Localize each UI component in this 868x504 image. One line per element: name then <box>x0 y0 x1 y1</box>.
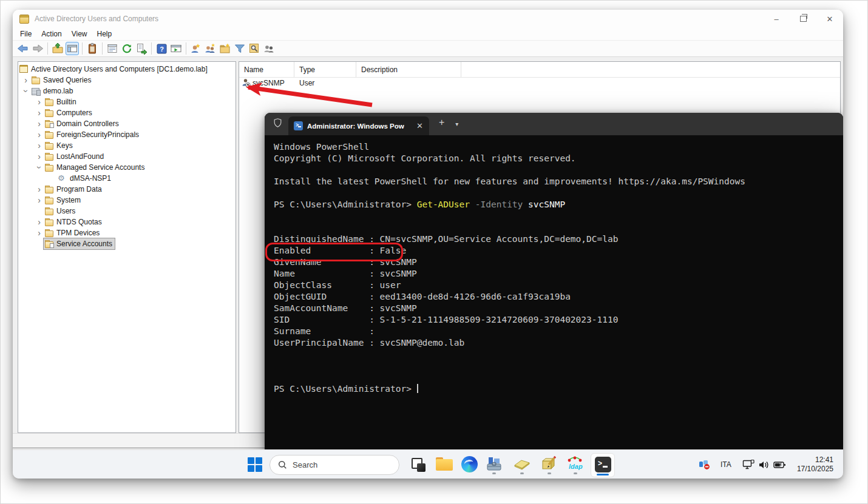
toolbar: ? <box>13 40 843 57</box>
tree-expander-icon[interactable]: › <box>35 163 44 172</box>
tree-item-domain-controllers[interactable]: ›Domain Controllers <box>18 118 236 129</box>
search-placeholder: Search <box>293 460 317 469</box>
tab-close-icon[interactable]: ✕ <box>414 121 426 130</box>
tree-expander-icon[interactable]: › <box>35 98 44 106</box>
tree-expander-icon[interactable]: › <box>35 152 44 161</box>
tree-item-ntds-quotas[interactable]: ›NTDS Quotas <box>18 217 236 227</box>
toolbar-separator <box>47 42 48 55</box>
tree-item-system[interactable]: ›System <box>18 195 236 206</box>
toolbar-separator <box>102 42 103 55</box>
term-text: ObjectGUID : eed13400-de8d-4126-96d6-ca1… <box>274 292 571 301</box>
up-one-level-icon[interactable] <box>51 42 64 55</box>
refresh-icon[interactable] <box>120 42 134 55</box>
tree-item-users[interactable]: Users <box>18 206 236 217</box>
terminal-output[interactable]: Windows PowerShellCopyright (C) Microsof… <box>265 135 843 450</box>
restore-button[interactable] <box>790 10 816 28</box>
start-button[interactable] <box>248 457 262 472</box>
tree-item-saved-queries[interactable]: ›Saved Queries <box>18 75 236 86</box>
language-indicator[interactable]: ITA <box>721 460 731 469</box>
tree-item-managed-service-accounts[interactable]: ›Managed Service Accounts <box>18 162 236 173</box>
tree-item-lostandfound[interactable]: ›LostAndFound <box>18 151 236 162</box>
minimize-button[interactable]: – <box>763 10 790 28</box>
new-tab-icon[interactable]: + <box>439 117 444 128</box>
network-icon[interactable] <box>742 460 754 472</box>
show-console-tree-icon[interactable] <box>66 42 79 55</box>
gear-icon: ⚙ <box>58 173 67 183</box>
new-user-icon[interactable] <box>189 42 203 55</box>
tree-expander-icon[interactable]: › <box>35 185 44 193</box>
filter-icon[interactable] <box>233 42 246 55</box>
search-input[interactable]: Search <box>270 455 399 475</box>
tab-dropdown-icon[interactable]: ▾ <box>455 121 458 127</box>
running-indicator <box>548 472 551 474</box>
terminal-tab-title: Administrator: Windows Powe <box>307 123 404 130</box>
volume-icon[interactable] <box>758 460 770 472</box>
terminal-line: ObjectClass : user <box>274 280 839 292</box>
tree-expander-icon[interactable]: › <box>35 229 44 237</box>
forward-icon[interactable] <box>31 42 44 55</box>
list-row-svcsnmp[interactable]: svcSNMP User <box>239 77 840 89</box>
tree-expander-icon[interactable]: › <box>35 130 44 139</box>
terminal-line <box>274 188 839 200</box>
properties-icon[interactable] <box>106 42 119 55</box>
clipboard-icon[interactable] <box>86 42 99 55</box>
column-header-name[interactable]: Name <box>239 62 294 77</box>
export-list-icon[interactable] <box>135 42 148 55</box>
tree-item-label: dMSA-NSP1 <box>70 174 111 183</box>
term-text: PS C:\Users\Administrator> <box>274 384 417 394</box>
menu-view[interactable]: View <box>67 29 92 39</box>
find-icon[interactable] <box>248 42 261 55</box>
edge-browser-icon[interactable] <box>461 456 478 472</box>
server-manager-icon[interactable] <box>486 456 502 474</box>
tree-expander-icon[interactable]: › <box>22 87 30 96</box>
file-explorer-icon[interactable] <box>436 457 453 471</box>
gpo-tool-icon[interactable] <box>514 458 531 472</box>
tree-item-keys[interactable]: ›Keys <box>18 140 236 151</box>
term-text: Name : svcSNMP <box>274 269 417 278</box>
terminal-tab[interactable]: > Administrator: Windows Powe ✕ <box>288 116 429 135</box>
tree-item-service-accounts[interactable]: Service Accounts <box>18 238 236 249</box>
back-icon[interactable] <box>16 42 30 55</box>
aduc-titlebar[interactable]: Active Directory Users and Computers – ✕ <box>13 10 843 29</box>
tree-item-label: Service Accounts <box>56 240 112 248</box>
close-button[interactable]: ✕ <box>816 10 843 28</box>
task-view-button[interactable] <box>410 457 426 472</box>
menu-file[interactable]: File <box>15 29 36 39</box>
term-text: PS C:\Users\Administrator> <box>274 200 417 209</box>
battery-icon[interactable] <box>773 460 786 472</box>
menu-help[interactable]: Help <box>92 29 117 39</box>
new-ou-icon[interactable] <box>219 42 232 55</box>
tree-expander-icon[interactable]: › <box>35 119 44 128</box>
screenshot-page: Active Directory Users and Computers – ✕… <box>0 0 868 504</box>
tree-expander-icon[interactable]: › <box>35 109 44 117</box>
tree-item-builtin[interactable]: ›Builtin <box>18 96 236 107</box>
tree-item-program-data[interactable]: ›Program Data <box>18 184 236 195</box>
tray-hidden-icons[interactable] <box>699 459 711 472</box>
terminal-taskbar-button[interactable]: > <box>591 453 615 477</box>
advanced-permissions-icon[interactable] <box>262 42 276 55</box>
tree-expander-icon[interactable]: › <box>21 76 30 84</box>
tree-expander-icon[interactable]: › <box>35 218 44 226</box>
terminal-line: SamAccountName : svcSNMP <box>274 303 839 315</box>
list-cell-name: svcSNMP <box>253 77 285 89</box>
show-window-icon[interactable] <box>169 42 183 55</box>
term-text: Windows PowerShell <box>274 142 369 152</box>
terminal-titlebar[interactable]: > Administrator: Windows Powe ✕ + ▾ <box>265 113 843 135</box>
column-header-type[interactable]: Type <box>294 62 356 77</box>
tree-item-dmsa-nsp1[interactable]: ⚙dMSA-NSP1 <box>18 173 236 184</box>
tree-item-foreignsecurityprincipals[interactable]: ›ForeignSecurityPrincipals <box>18 129 236 140</box>
tree-item-demo-lab[interactable]: ›demo.lab <box>18 86 236 96</box>
tree-item-tpm-devices[interactable]: ›TPM Devices <box>18 227 236 238</box>
tree-expander-icon[interactable]: › <box>35 141 44 150</box>
toolbar-separator <box>151 42 152 55</box>
tree-item-active-directory-users-and-computers-dc1-demo-lab[interactable]: Active Directory Users and Computers [DC… <box>18 64 236 75</box>
new-group-icon[interactable] <box>204 42 217 55</box>
tree-item-computers[interactable]: ›Computers <box>18 107 236 118</box>
column-header-description[interactable]: Description <box>356 62 461 77</box>
tree-expander-icon[interactable]: › <box>35 196 44 204</box>
list-cell-type: User <box>299 77 314 89</box>
help-icon[interactable]: ? <box>155 42 168 55</box>
menu-action[interactable]: Action <box>36 29 66 39</box>
terminal-line: GivenName : svcSNMP <box>274 257 839 269</box>
taskbar-clock[interactable]: 12:41 17/10/2025 <box>797 455 833 474</box>
